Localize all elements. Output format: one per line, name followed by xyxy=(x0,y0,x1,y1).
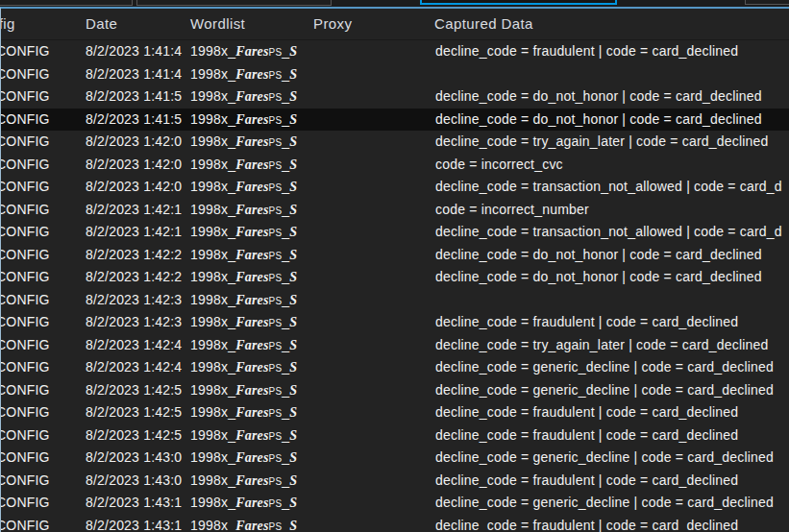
wordlist-cell: 1998x_Faresps_S xyxy=(190,492,306,515)
config-cell: CONFIG xyxy=(1,109,65,132)
wordlist-text-prefix: 1998x_ xyxy=(190,518,235,532)
table-row[interactable]: CONFIG 8/2/2023 1:43:0 1998x_Faresps_S d… xyxy=(1,447,789,470)
proxy-cell xyxy=(314,356,410,379)
wordlist-text-smallcaps: ps_ xyxy=(269,359,290,375)
table-row[interactable]: CONFIG 8/2/2023 1:43:1 1998x_Faresps_S d… xyxy=(1,515,789,532)
wordlist-text-prefix: 1998x_ xyxy=(190,179,235,194)
table-row[interactable]: CONFIG 8/2/2023 1:42:3 1998x_Faresps_S xyxy=(1,289,789,312)
column-header-date[interactable]: Date xyxy=(86,9,117,39)
wordlist-text-suffix: S xyxy=(289,473,297,488)
table-row[interactable]: CONFIG 8/2/2023 1:41:4 1998x_Faresps_S d… xyxy=(1,40,789,63)
proxy-cell xyxy=(314,311,410,334)
config-cell: CONFIG xyxy=(1,199,65,222)
table-row[interactable]: CONFIG 8/2/2023 1:42:0 1998x_Faresps_S d… xyxy=(1,176,789,199)
wordlist-text-suffix: S xyxy=(289,270,297,284)
wordlist-text-smallcaps: ps_ xyxy=(269,224,290,239)
proxy-cell xyxy=(314,131,410,154)
hits-list-view: Config Date Wordlist Proxy Captured Data… xyxy=(0,0,789,532)
wordlist-text-italic: Fares xyxy=(235,496,268,510)
table-row[interactable]: CONFIG 8/2/2023 1:42:4 1998x_Faresps_S d… xyxy=(1,334,789,357)
wordlist-text-smallcaps: ps_ xyxy=(269,133,290,149)
wordlist-cell: 1998x_Faresps_S xyxy=(190,401,306,424)
date-cell: 8/2/2023 1:43:0 xyxy=(86,447,188,470)
wordlist-text-italic: Fares xyxy=(235,225,268,239)
column-header-config[interactable]: Config xyxy=(1,9,15,39)
date-cell: 8/2/2023 1:42:0 xyxy=(86,131,188,154)
table-row[interactable]: CONFIG 8/2/2023 1:41:5 1998x_Faresps_S d… xyxy=(1,85,789,109)
wordlist-text-suffix: S xyxy=(289,338,297,352)
config-cell: CONFIG xyxy=(1,401,65,424)
config-cell: CONFIG xyxy=(1,289,65,312)
table-row[interactable]: CONFIG 8/2/2023 1:42:0 1998x_Faresps_S c… xyxy=(1,154,789,177)
wordlist-cell: 1998x_Faresps_S xyxy=(190,470,306,493)
config-cell: CONFIG xyxy=(1,266,65,289)
wordlist-text-prefix: 1998x_ xyxy=(190,359,235,375)
proxy-cell xyxy=(314,379,410,402)
wordlist-text-smallcaps: ps_ xyxy=(269,269,290,284)
wordlist-text-prefix: 1998x_ xyxy=(190,43,235,59)
captured-data-cell: decline_code = fraudulent | code = card_… xyxy=(435,401,789,424)
wordlist-text-italic: Fares xyxy=(235,270,268,284)
wordlist-text-italic: Fares xyxy=(235,157,268,172)
wordlist-text-suffix: S xyxy=(289,496,297,510)
wordlist-text-italic: Fares xyxy=(235,405,268,420)
date-cell: 8/2/2023 1:42:3 xyxy=(86,311,188,334)
date-cell: 8/2/2023 1:42:4 xyxy=(86,356,188,379)
proxy-cell xyxy=(314,244,410,267)
wordlist-text-italic: Fares xyxy=(235,89,268,104)
top-control-focused[interactable] xyxy=(420,0,617,5)
top-control-right[interactable] xyxy=(745,0,789,5)
table-row[interactable]: CONFIG 8/2/2023 1:42:1 1998x_Faresps_S d… xyxy=(1,221,789,244)
config-cell: CONFIG xyxy=(1,379,65,402)
config-cell: CONFIG xyxy=(1,244,65,267)
wordlist-text-italic: Fares xyxy=(235,112,268,127)
wordlist-cell: 1998x_Faresps_S xyxy=(190,131,306,154)
table-row[interactable]: CONFIG 8/2/2023 1:41:5 1998x_Faresps_S d… xyxy=(1,109,789,132)
wordlist-text-smallcaps: ps_ xyxy=(269,66,290,82)
table-row[interactable]: CONFIG 8/2/2023 1:42:1 1998x_Faresps_S c… xyxy=(1,199,789,222)
config-cell: CONFIG xyxy=(1,311,65,334)
table-row[interactable]: CONFIG 8/2/2023 1:42:5 1998x_Faresps_S d… xyxy=(1,401,789,424)
table-row[interactable]: CONFIG 8/2/2023 1:43:1 1998x_Faresps_S d… xyxy=(1,492,789,515)
wordlist-text-prefix: 1998x_ xyxy=(190,337,235,352)
wordlist-text-smallcaps: ps_ xyxy=(269,427,290,443)
wordlist-text-italic: Fares xyxy=(235,473,268,488)
table-row[interactable]: CONFIG 8/2/2023 1:42:2 1998x_Faresps_S d… xyxy=(1,244,789,267)
date-cell: 8/2/2023 1:41:5 xyxy=(86,109,188,132)
wordlist-text-smallcaps: ps_ xyxy=(269,472,290,488)
wordlist-text-suffix: S xyxy=(289,180,297,194)
column-header-wordlist[interactable]: Wordlist xyxy=(190,9,245,39)
wordlist-text-italic: Fares xyxy=(235,180,268,194)
wordlist-text-smallcaps: ps_ xyxy=(269,111,290,127)
table-row[interactable]: CONFIG 8/2/2023 1:42:4 1998x_Faresps_S d… xyxy=(1,356,789,379)
date-cell: 8/2/2023 1:42:0 xyxy=(86,154,188,177)
proxy-cell xyxy=(314,109,410,132)
wordlist-cell: 1998x_Faresps_S xyxy=(190,244,306,267)
wordlist-text-suffix: S xyxy=(289,67,297,82)
wordlist-text-prefix: 1998x_ xyxy=(190,472,235,488)
wordlist-text-italic: Fares xyxy=(235,338,268,352)
wordlist-text-smallcaps: ps_ xyxy=(269,247,290,262)
wordlist-text-italic: Fares xyxy=(235,428,268,443)
proxy-cell xyxy=(314,447,410,470)
top-control-left[interactable] xyxy=(0,0,133,6)
table-row[interactable]: CONFIG 8/2/2023 1:42:5 1998x_Faresps_S d… xyxy=(1,379,789,402)
table-row[interactable]: CONFIG 8/2/2023 1:43:0 1998x_Faresps_S d… xyxy=(1,470,789,493)
wordlist-text-prefix: 1998x_ xyxy=(190,427,235,443)
config-cell: CONFIG xyxy=(1,515,65,532)
wordlist-cell: 1998x_Faresps_S xyxy=(190,266,306,289)
top-control-middle[interactable] xyxy=(136,0,332,6)
column-header-captured-data[interactable]: Captured Data xyxy=(434,9,533,39)
table-row[interactable]: CONFIG 8/2/2023 1:42:0 1998x_Faresps_S d… xyxy=(1,131,789,154)
table-row[interactable]: CONFIG 8/2/2023 1:42:2 1998x_Faresps_S d… xyxy=(1,266,789,289)
wordlist-text-smallcaps: ps_ xyxy=(269,292,290,307)
captured-data-cell: decline_code = fraudulent | code = card_… xyxy=(435,311,789,334)
proxy-cell xyxy=(314,199,410,222)
table-row[interactable]: CONFIG 8/2/2023 1:42:5 1998x_Faresps_S d… xyxy=(1,424,789,447)
captured-data-cell: code = incorrect_number xyxy=(435,199,789,222)
table-row[interactable]: CONFIG 8/2/2023 1:42:3 1998x_Faresps_S d… xyxy=(1,311,789,334)
config-cell: CONFIG xyxy=(1,176,65,199)
table-row[interactable]: CONFIG 8/2/2023 1:41:4 1998x_Faresps_S xyxy=(1,63,789,86)
column-header-proxy[interactable]: Proxy xyxy=(313,9,352,39)
wordlist-text-smallcaps: ps_ xyxy=(269,382,290,398)
